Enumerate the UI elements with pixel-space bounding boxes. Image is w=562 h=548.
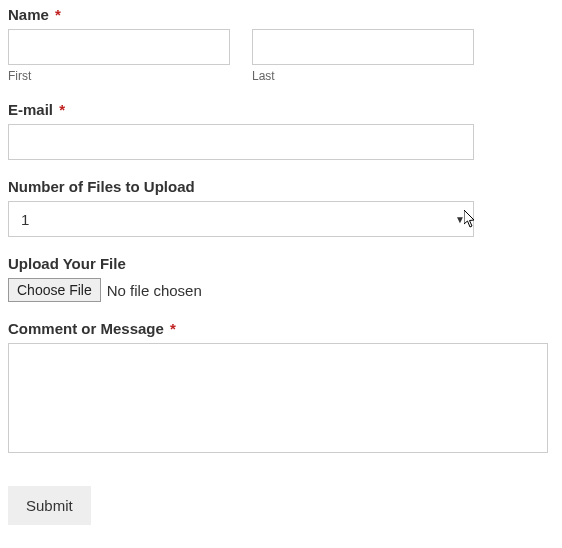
last-name-sublabel: Last [252,69,474,83]
upload-label: Upload Your File [8,255,554,272]
email-label-text: E-mail [8,101,53,118]
choose-file-button[interactable]: Choose File [8,278,101,302]
last-name-input[interactable] [252,29,474,65]
first-name-sublabel: First [8,69,230,83]
submit-button[interactable]: Submit [8,486,91,525]
numfiles-label: Number of Files to Upload [8,178,554,195]
chevron-down-icon: ▼ [455,214,465,225]
comment-label: Comment or Message * [8,320,554,337]
name-required: * [55,6,61,23]
comment-label-text: Comment or Message [8,320,164,337]
comment-required: * [170,320,176,337]
first-name-input[interactable] [8,29,230,65]
numfiles-select[interactable]: 1 ▼ [8,201,474,237]
name-label: Name * [8,6,554,23]
email-required: * [59,101,65,118]
email-input[interactable] [8,124,474,160]
file-chosen-status: No file chosen [107,282,202,299]
numfiles-selected-value: 1 [21,211,29,228]
email-label: E-mail * [8,101,554,118]
name-label-text: Name [8,6,49,23]
comment-textarea[interactable] [8,343,548,453]
